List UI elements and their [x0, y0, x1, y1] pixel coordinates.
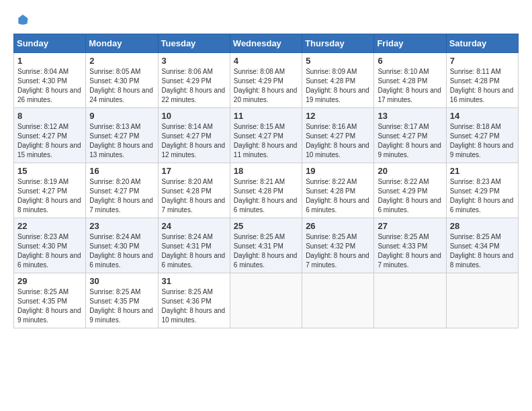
sunrise-label: Sunrise: 8:21 AM: [234, 178, 285, 185]
calendar-cell: 9 Sunrise: 8:13 AM Sunset: 4:27 PM Dayli…: [86, 108, 158, 163]
calendar-week-2: 8 Sunrise: 8:12 AM Sunset: 4:27 PM Dayli…: [14, 108, 519, 163]
sunset-label: Sunset: 4:30 PM: [89, 77, 139, 85]
day-info: Sunrise: 8:23 AM Sunset: 4:29 PM Dayligh…: [450, 177, 515, 215]
daylight-label: Daylight: 8 hours and 19 minutes.: [306, 87, 369, 103]
sunrise-label: Sunrise: 8:22 AM: [378, 178, 429, 185]
day-info: Sunrise: 8:17 AM Sunset: 4:27 PM Dayligh…: [378, 122, 442, 160]
day-info: Sunrise: 8:06 AM Sunset: 4:29 PM Dayligh…: [162, 67, 226, 105]
daylight-label: Daylight: 8 hours and 6 minutes.: [162, 252, 226, 269]
sunset-label: Sunset: 4:35 PM: [17, 298, 67, 305]
day-number: 9: [89, 111, 154, 121]
logo-icon: [16, 13, 30, 27]
calendar-week-3: 15 Sunrise: 8:19 AM Sunset: 4:27 PM Dayl…: [14, 163, 519, 218]
daylight-label: Daylight: 8 hours and 9 minutes.: [450, 142, 514, 158]
day-number: 10: [162, 111, 226, 121]
daylight-label: Daylight: 8 hours and 9 minutes.: [17, 307, 81, 324]
sunrise-label: Sunrise: 8:17 AM: [378, 123, 429, 130]
calendar-cell: 27 Sunrise: 8:25 AM Sunset: 4:33 PM Dayl…: [374, 218, 446, 273]
day-info: Sunrise: 8:12 AM Sunset: 4:27 PM Dayligh…: [17, 122, 82, 160]
day-info: Sunrise: 8:22 AM Sunset: 4:29 PM Dayligh…: [378, 177, 442, 215]
sunrise-label: Sunrise: 8:13 AM: [89, 123, 140, 130]
sunset-label: Sunset: 4:29 PM: [234, 77, 283, 85]
sunset-label: Sunset: 4:27 PM: [89, 187, 139, 195]
col-header-thursday: Thursday: [302, 34, 374, 53]
sunset-label: Sunset: 4:33 PM: [378, 242, 427, 250]
sunrise-label: Sunrise: 8:24 AM: [89, 233, 140, 240]
day-number: 28: [450, 221, 515, 231]
day-info: Sunrise: 8:10 AM Sunset: 4:28 PM Dayligh…: [378, 67, 442, 105]
daylight-label: Daylight: 8 hours and 20 minutes.: [234, 87, 298, 103]
sunset-label: Sunset: 4:29 PM: [162, 77, 212, 85]
sunset-label: Sunset: 4:27 PM: [89, 132, 139, 140]
day-info: Sunrise: 8:14 AM Sunset: 4:27 PM Dayligh…: [162, 122, 226, 160]
daylight-label: Daylight: 8 hours and 24 minutes.: [89, 87, 153, 103]
sunset-label: Sunset: 4:32 PM: [306, 242, 355, 250]
day-info: Sunrise: 8:15 AM Sunset: 4:27 PM Dayligh…: [234, 122, 298, 160]
calendar-table: SundayMondayTuesdayWednesdayThursdayFrid…: [13, 34, 519, 328]
daylight-label: Daylight: 8 hours and 22 minutes.: [162, 87, 226, 103]
calendar-cell: 20 Sunrise: 8:22 AM Sunset: 4:29 PM Dayl…: [374, 163, 446, 218]
calendar-cell: [230, 273, 302, 328]
calendar-cell: 2 Sunrise: 8:05 AM Sunset: 4:30 PM Dayli…: [86, 53, 158, 108]
sunset-label: Sunset: 4:27 PM: [306, 132, 355, 140]
day-number: 6: [378, 56, 442, 66]
daylight-label: Daylight: 8 hours and 16 minutes.: [450, 87, 514, 103]
sunrise-label: Sunrise: 8:15 AM: [234, 123, 285, 130]
day-number: 12: [306, 111, 370, 121]
calendar-cell: 22 Sunrise: 8:23 AM Sunset: 4:30 PM Dayl…: [14, 218, 86, 273]
daylight-label: Daylight: 8 hours and 13 minutes.: [89, 142, 153, 158]
daylight-label: Daylight: 8 hours and 7 minutes.: [89, 197, 153, 214]
sunrise-label: Sunrise: 8:24 AM: [162, 233, 213, 240]
sunset-label: Sunset: 4:27 PM: [234, 132, 283, 140]
daylight-label: Daylight: 8 hours and 12 minutes.: [162, 142, 226, 158]
daylight-label: Daylight: 8 hours and 6 minutes.: [450, 197, 514, 214]
day-info: Sunrise: 8:25 AM Sunset: 4:32 PM Dayligh…: [306, 232, 370, 270]
day-number: 21: [450, 166, 515, 176]
sunrise-label: Sunrise: 8:25 AM: [234, 233, 285, 240]
day-info: Sunrise: 8:21 AM Sunset: 4:28 PM Dayligh…: [234, 177, 298, 215]
day-info: Sunrise: 8:05 AM Sunset: 4:30 PM Dayligh…: [89, 67, 154, 105]
sunset-label: Sunset: 4:36 PM: [162, 298, 212, 305]
calendar-cell: 19 Sunrise: 8:22 AM Sunset: 4:28 PM Dayl…: [302, 163, 374, 218]
calendar-cell: 30 Sunrise: 8:25 AM Sunset: 4:35 PM Dayl…: [86, 273, 158, 328]
sunrise-label: Sunrise: 8:10 AM: [378, 68, 429, 75]
day-number: 27: [378, 221, 442, 231]
calendar-cell: 8 Sunrise: 8:12 AM Sunset: 4:27 PM Dayli…: [14, 108, 86, 163]
sunset-label: Sunset: 4:27 PM: [450, 132, 500, 140]
day-number: 3: [162, 56, 226, 66]
sunset-label: Sunset: 4:34 PM: [450, 242, 500, 250]
day-number: 11: [234, 111, 298, 121]
daylight-label: Daylight: 8 hours and 10 minutes.: [306, 142, 369, 158]
daylight-label: Daylight: 8 hours and 7 minutes.: [378, 252, 441, 269]
sunrise-label: Sunrise: 8:20 AM: [162, 178, 213, 185]
daylight-label: Daylight: 8 hours and 6 minutes.: [234, 252, 298, 269]
sunset-label: Sunset: 4:27 PM: [17, 187, 67, 195]
col-header-wednesday: Wednesday: [230, 34, 302, 53]
col-header-sunday: Sunday: [14, 34, 86, 53]
day-info: Sunrise: 8:25 AM Sunset: 4:31 PM Dayligh…: [234, 232, 298, 270]
col-header-saturday: Saturday: [446, 34, 518, 53]
calendar-cell: 16 Sunrise: 8:20 AM Sunset: 4:27 PM Dayl…: [86, 163, 158, 218]
daylight-label: Daylight: 8 hours and 17 minutes.: [378, 87, 441, 103]
sunrise-label: Sunrise: 8:04 AM: [17, 68, 69, 75]
daylight-label: Daylight: 8 hours and 7 minutes.: [306, 252, 369, 269]
sunrise-label: Sunrise: 8:16 AM: [306, 123, 357, 130]
daylight-label: Daylight: 8 hours and 10 minutes.: [162, 307, 226, 324]
calendar-week-1: 1 Sunrise: 8:04 AM Sunset: 4:30 PM Dayli…: [14, 53, 519, 108]
sunset-label: Sunset: 4:27 PM: [17, 132, 67, 140]
sunset-label: Sunset: 4:29 PM: [378, 187, 427, 195]
col-header-monday: Monday: [86, 34, 158, 53]
sunset-label: Sunset: 4:31 PM: [234, 242, 283, 250]
daylight-label: Daylight: 8 hours and 6 minutes.: [234, 197, 298, 214]
day-info: Sunrise: 8:23 AM Sunset: 4:30 PM Dayligh…: [17, 232, 82, 270]
sunset-label: Sunset: 4:27 PM: [162, 132, 212, 140]
calendar-week-5: 29 Sunrise: 8:25 AM Sunset: 4:35 PM Dayl…: [14, 273, 519, 328]
day-info: Sunrise: 8:25 AM Sunset: 4:35 PM Dayligh…: [17, 287, 82, 325]
calendar-cell: 23 Sunrise: 8:24 AM Sunset: 4:30 PM Dayl…: [86, 218, 158, 273]
day-info: Sunrise: 8:08 AM Sunset: 4:29 PM Dayligh…: [234, 67, 298, 105]
day-info: Sunrise: 8:04 AM Sunset: 4:30 PM Dayligh…: [17, 67, 82, 105]
day-number: 13: [378, 111, 442, 121]
day-number: 8: [17, 111, 82, 121]
day-number: 17: [162, 166, 226, 176]
calendar-cell: 15 Sunrise: 8:19 AM Sunset: 4:27 PM Dayl…: [14, 163, 86, 218]
